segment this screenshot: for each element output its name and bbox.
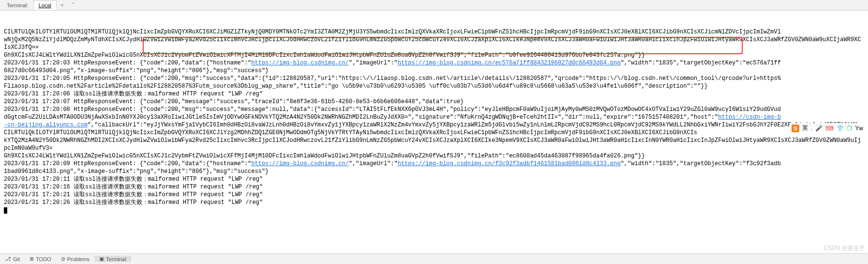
log-link[interactable]: https://img-blog.csdnimg.cn/	[251, 160, 349, 167]
log-link[interactable]: -cn-beijing.aliyuncs.com	[4, 122, 88, 128]
shirt-icon[interactable]: 👕	[837, 125, 844, 132]
tab-add-button[interactable]: +	[57, 0, 68, 10]
ime-extra: Yw	[855, 125, 863, 132]
log-text: ","imageUrl":"	[349, 60, 398, 66]
ime-toolbar[interactable]: S 英 , 🎤 ⌨ 👕 ❐ Yw	[790, 123, 865, 133]
log-text: 2023/01/31 17:20:03 HttpResponseEvent	[4, 60, 133, 66]
log-text: 2023/01/31 17:20:07 HttpResponseEvent: {…	[4, 98, 464, 105]
tool-git[interactable]: ⎇Git	[0, 256, 25, 262]
log-line: Gh9XCIsXCJ4LWltYWdlLXN1ZmZpeFwiOlwicG5nX…	[4, 51, 864, 59]
log-link[interactable]: https://csdn-img-b	[718, 114, 781, 121]
terminal-icon: ▣	[99, 256, 104, 262]
log-text: Fliaosp.blog.csdn.net%2Farticle%2Fdetail…	[4, 83, 708, 90]
keyboard-icon[interactable]: ⌨	[825, 125, 834, 132]
log-text: Gh9XCIsXCJ4LWltYWdlLXN1ZmZpeFwiOlwicG5nX…	[4, 153, 645, 159]
tool-todo[interactable]: ≣TODO	[25, 256, 56, 262]
log-line: 2023/01/31 17:20:09 HttpResponseEvent: {…	[4, 160, 864, 168]
log-text: ","width":"1835","targetObjectKey":"f3c9…	[621, 160, 781, 167]
mic-icon[interactable]: 🎤	[815, 125, 823, 132]
log-link[interactable]: https://img-blog.csdnimg.cn/ec576a71ff88…	[398, 60, 621, 66]
terminal-tab-bar: Terminal: Local + ˅	[0, 0, 868, 11]
terminal-output[interactable]: CILRTUlQkILOTYlRTUlOUMlQTMlRTUlQjklQjNcI…	[0, 11, 868, 216]
log-text: CILRTUlQkILOTYlRTUlOUMlQTMlRTUlQjklQjNcI…	[4, 29, 781, 35]
log-line: 2023/01/31 17:20:16 读取ssl连接请求数据失败：malfor…	[4, 183, 864, 191]
log-text: : {"code":200,"data":{"hostname":"	[133, 60, 251, 66]
branch-icon: ⎇	[5, 256, 11, 262]
log-text: ","imageUrl":"	[349, 160, 398, 167]
log-line: 1bad0961d8c4133.png","x-image-suffix":"p…	[4, 168, 864, 175]
log-line: 2023/01/31 17:20:07 HttpResponseEvent: {…	[4, 98, 864, 106]
log-line: 2023/01/31 17:20:21 读取ssl连接请求数据失败：malfor…	[4, 191, 864, 199]
log-text: 2023/01/31 17:20:05 HttpResponseEvent: {…	[4, 75, 781, 82]
ime-icon[interactable]: S	[792, 124, 799, 132]
list-icon: ≣	[30, 256, 34, 262]
tab-local[interactable]: Local	[33, 0, 57, 10]
log-text: 2023/01/31 17:20:26 读取ssl连接请求数据失败：malfor…	[4, 199, 263, 206]
cube-icon[interactable]: ❐	[847, 125, 852, 132]
comma-icon: ,	[811, 125, 812, 132]
terminal-title: Terminal:	[2, 1, 33, 10]
log-text: 6827d0c66493d04.png","x-image-suffix	[4, 67, 129, 74]
log-line: 2023/01/31 17:20:03 HttpResponseEvent: {…	[4, 59, 864, 67]
tool-terminal[interactable]: ▣Terminal	[94, 256, 131, 262]
log-text: ","callbackUrl":"eyJjYWxsYmFja1VybCI6Imh…	[88, 122, 857, 128]
log-text: dGgtcmFuZ2UiLDAsMTA0ODU3NjAwXSxbInN0YXJ0…	[4, 114, 718, 121]
log-link[interactable]: https://img-blog.csdnimg.cn/f3c92f3adbf1…	[398, 160, 621, 167]
log-line: CILRTUlQkILOTYlRTUlOUMlQTMlRTUlQjklQjNcI…	[4, 28, 864, 36]
log-line: 2023/01/31 17:20:26 读取ssl连接请求数据失败：malfor…	[4, 199, 864, 206]
log-text: 2023/01/31 17:20:11 读取ssl连接请求数据失败：malfor…	[4, 176, 263, 183]
log-line: 2023/01/31 17:20:08 HttpResponseEvent: {…	[4, 106, 864, 113]
log-line: 6827d0c66493d04.png","x-image-suffix":"p…	[4, 67, 864, 75]
log-line: 2023/01/31 17:20:06 读取ssl连接请求数据失败：malfor…	[4, 90, 864, 98]
warning-icon: ⊘	[61, 256, 65, 262]
log-line: wNjQxM2Q5NzZiYjdlMDQzZmMyNTdhXCIsXCJydHl…	[4, 36, 864, 51]
status-bar: ⎇Git ≣TODO ⊘Problems ▣Terminal	[0, 253, 868, 264]
log-line: kYTQ2MzA4N2Y50Dk2NWRhNGZhMDI2XCIsXCJydHl…	[4, 137, 864, 152]
log-line: dGgtcmFuZ2UiLDAsMTA0ODU3NjAwXSxbInN0YXJ0…	[4, 113, 864, 121]
log-line: CILRTUlQkILOTYlRTUlOUMlQTMlRTUlQjklQjNcI…	[4, 129, 864, 137]
log-text: kYTQ2MzA4N2Y50Dk2NWRhNGZhMDI2XCIsXCJydHl…	[4, 137, 861, 152]
cursor	[4, 207, 7, 214]
ime-lang[interactable]: 英	[802, 124, 808, 132]
log-link[interactable]: https://img-blog.csdnimg.cn/	[251, 60, 349, 66]
log-text: Gh9XCIsXCJ4LWltYWdlLXN1ZmZpeFwiOlwicG	[4, 52, 133, 59]
log-text: 2023/01/31 17:20:21 读取ssl连接请求数据失败：malfor…	[4, 191, 263, 198]
log-text: 2023/01/31 17:20:09 HttpResponseEvent: {…	[4, 160, 251, 167]
watermark: CSDN @廖圣平	[823, 244, 865, 252]
log-text: ","width":"1835","targetObjectKey":"ec57…	[621, 60, 781, 66]
tab-more-button[interactable]: ˅	[68, 0, 78, 10]
log-line: Fliaosp.blog.csdn.net%2Farticle%2Fdetail…	[4, 82, 864, 90]
log-text: 2023/01/31 17:20:06 读取ssl连接请求数据失败：malfor…	[4, 91, 263, 97]
log-text: 2023/01/31 17:20:08 HttpResponseEvent: {…	[4, 106, 781, 113]
log-line: -cn-beijing.aliyuncs.com","callbackUrl":…	[4, 121, 864, 129]
tool-problems[interactable]: ⊘Problems	[56, 256, 94, 262]
log-text: 1bad0961d8c4133.png","x-image-suffix":"p…	[4, 168, 269, 175]
log-text: wNjQxM2Q5NzZiYjdlMDQzZmMyNTdhXCIsXCJydHl…	[4, 36, 861, 51]
log-line: Gh9XCIsXCJ4LWltYWdlLXN1ZmZpeFwiOlwicG5nX…	[4, 152, 864, 160]
log-text: 5nXCIsXCJ1c2VybmFtZVwiOlwicXFfMjI4MiM10D…	[133, 52, 645, 59]
log-line: 2023/01/31 17:20:11 读取ssl连接请求数据失败：malfor…	[4, 175, 864, 183]
log-text: 2023/01/31 17:20:16 读取ssl连接请求数据失败：malfor…	[4, 184, 263, 190]
log-text: ":"png","height":"806"},"msg":"success"}	[129, 67, 269, 74]
log-text: CILRTUlQkILOTYlRTUlOUMlQTMlRTUlQjklQjNcI…	[4, 129, 697, 136]
log-line: 2023/01/31 17:20:05 HttpResponseEvent: {…	[4, 75, 864, 82]
